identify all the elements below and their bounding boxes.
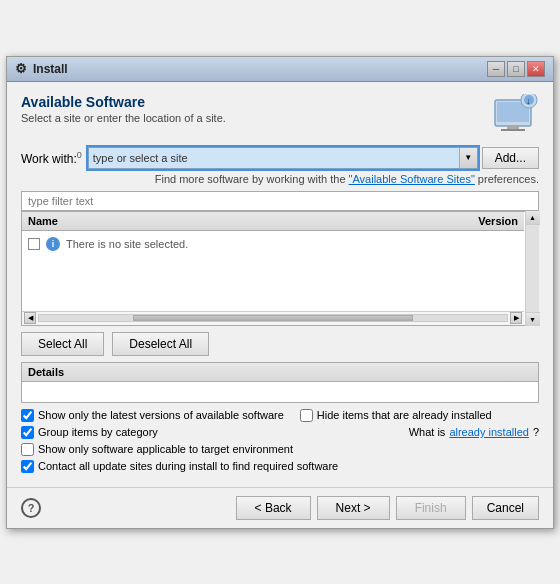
version-column-header: Version (478, 215, 518, 227)
table-body: i There is no site selected. (22, 231, 524, 311)
option-target-env: Show only software applicable to target … (21, 443, 293, 456)
option-group-category: Group items by category (21, 426, 158, 439)
scroll-left-arrow[interactable]: ◀ (24, 312, 36, 324)
header-icon: ↓ (491, 94, 539, 137)
find-more-suffix: preferences. (475, 173, 539, 185)
header-text: Available Software Select a site or ente… (21, 94, 226, 124)
scroll-down-arrow[interactable]: ▼ (526, 312, 540, 326)
combo-dropdown-arrow[interactable]: ▼ (459, 148, 477, 168)
option-latest-versions-checkbox[interactable] (21, 409, 34, 422)
what-is-suffix: ? (533, 426, 539, 438)
v-scroll-track (526, 225, 539, 312)
window-title-icon: ⚙ (15, 61, 27, 76)
already-installed-link[interactable]: already installed (449, 426, 529, 438)
what-is-prefix: What is (409, 426, 446, 438)
options-row-4: Contact all update sites during install … (21, 460, 539, 473)
name-column-header: Name (28, 215, 58, 227)
title-bar: ⚙ Install ─ □ ✕ (7, 57, 553, 82)
option-latest-versions-label: Show only the latest versions of availab… (38, 409, 284, 421)
select-all-button[interactable]: Select All (21, 332, 104, 356)
find-more-row: Find more software by working with the "… (21, 173, 539, 185)
option-hide-installed-checkbox[interactable] (300, 409, 313, 422)
software-table-wrapper: Name Version i There is no site selected… (21, 211, 539, 326)
info-icon: i (46, 237, 60, 251)
filter-input[interactable] (21, 191, 539, 211)
option-group-category-label: Group items by category (38, 426, 158, 438)
details-section: Details (21, 362, 539, 403)
options-row-2: Group items by category What is already … (21, 426, 539, 439)
table-header: Name Version (22, 212, 524, 231)
no-site-message: There is no site selected. (66, 238, 188, 250)
work-with-row: Work with:0 ▼ Add... (21, 147, 539, 169)
bottom-bar: ? < Back Next > Finish Cancel (7, 487, 553, 528)
work-with-label: Work with:0 (21, 150, 82, 166)
option-latest-versions: Show only the latest versions of availab… (21, 409, 284, 422)
option-contact-sites-checkbox[interactable] (21, 460, 34, 473)
close-button[interactable]: ✕ (527, 61, 545, 77)
nav-buttons: < Back Next > Finish Cancel (236, 496, 539, 520)
details-header: Details (22, 362, 538, 382)
find-more-prefix: Find more software by working with the (155, 173, 349, 185)
horizontal-scrollbar[interactable]: ◀ ▶ (22, 311, 524, 325)
finish-button[interactable]: Finish (396, 496, 466, 520)
svg-rect-4 (501, 129, 525, 131)
available-software-sites-link[interactable]: "Available Software Sites" (349, 173, 475, 185)
title-bar-left: ⚙ Install (15, 61, 68, 76)
svg-rect-3 (507, 126, 519, 129)
minimize-button[interactable]: ─ (487, 61, 505, 77)
select-buttons-row: Select All Deselect All (21, 326, 539, 362)
site-input[interactable] (89, 148, 459, 168)
scroll-thumb[interactable] (133, 315, 414, 321)
vertical-scrollbar[interactable]: ▲ ▼ (525, 211, 539, 326)
scroll-right-arrow[interactable]: ▶ (510, 312, 522, 324)
options-row-3: Show only software applicable to target … (21, 443, 539, 456)
option-target-env-label: Show only software applicable to target … (38, 443, 293, 455)
help-button[interactable]: ? (21, 498, 41, 518)
option-group-category-checkbox[interactable] (21, 426, 34, 439)
details-body (22, 382, 538, 402)
software-table: Name Version i There is no site selected… (21, 211, 539, 326)
superscript: 0 (77, 150, 82, 160)
install-window: ⚙ Install ─ □ ✕ Available Software Selec… (6, 56, 554, 529)
maximize-button[interactable]: □ (507, 61, 525, 77)
next-button[interactable]: Next > (317, 496, 390, 520)
page-title: Available Software (21, 94, 226, 110)
option-hide-installed-label: Hide items that are already installed (317, 409, 492, 421)
what-is-row: What is already installed? (174, 426, 539, 439)
option-target-env-checkbox[interactable] (21, 443, 34, 456)
site-combo[interactable]: ▼ (88, 147, 478, 169)
option-contact-sites: Contact all update sites during install … (21, 460, 338, 473)
main-content: Available Software Select a site or ente… (7, 82, 553, 487)
options-row-1: Show only the latest versions of availab… (21, 409, 539, 422)
row-checkbox[interactable] (28, 238, 40, 250)
deselect-all-button[interactable]: Deselect All (112, 332, 209, 356)
add-button[interactable]: Add... (482, 147, 539, 169)
scroll-up-arrow[interactable]: ▲ (526, 211, 540, 225)
option-contact-sites-label: Contact all update sites during install … (38, 460, 338, 472)
scroll-track[interactable] (38, 314, 508, 322)
table-row: i There is no site selected. (28, 235, 518, 253)
header-section: Available Software Select a site or ente… (21, 94, 539, 137)
site-input-wrapper: ▼ Add... (88, 147, 539, 169)
cancel-button[interactable]: Cancel (472, 496, 539, 520)
svg-text:↓: ↓ (526, 96, 531, 106)
window-title: Install (33, 62, 68, 76)
options-section: Show only the latest versions of availab… (21, 409, 539, 473)
page-subtitle: Select a site or enter the location of a… (21, 112, 226, 124)
back-button[interactable]: < Back (236, 496, 311, 520)
option-hide-installed: Hide items that are already installed (300, 409, 492, 422)
title-controls: ─ □ ✕ (487, 61, 545, 77)
